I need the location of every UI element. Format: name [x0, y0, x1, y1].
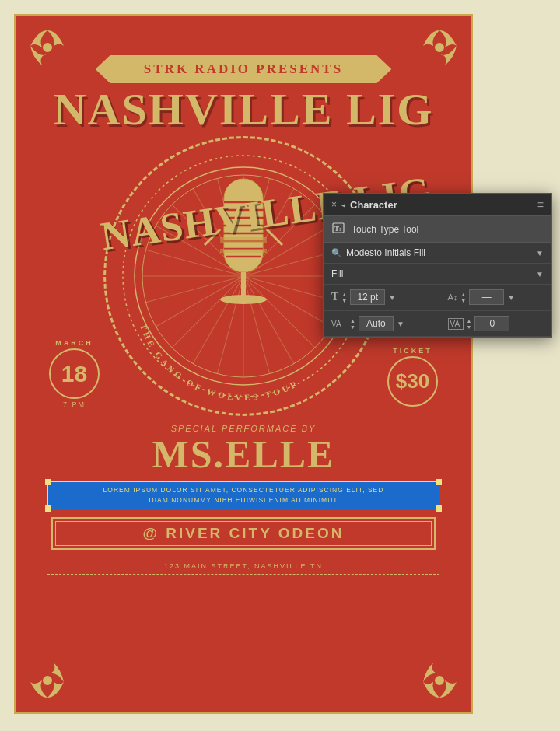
- panel-header: × ◂ Character ≡: [324, 194, 551, 216]
- bottom-dashed-line: [47, 574, 439, 575]
- ticket-label: TICKET: [387, 347, 438, 355]
- font-style-dropdown-arrow[interactable]: ▼: [536, 270, 544, 278]
- kerning-down-arrow[interactable]: ▼: [350, 324, 355, 330]
- font-search-icon: 🔍: [331, 248, 342, 258]
- march-date: 18: [61, 361, 87, 387]
- svg-point-1: [436, 43, 445, 52]
- leading-icon: A↕: [448, 292, 458, 302]
- panel-collapse-arrow[interactable]: ◂: [341, 201, 345, 209]
- font-dropdown-arrow[interactable]: ▼: [536, 249, 544, 257]
- svg-point-2: [43, 677, 52, 686]
- venue-box: @ RIVER CITY ODEON: [51, 517, 436, 550]
- svg-point-44: [220, 295, 267, 304]
- march-badge: MARCH 18 7 PM: [49, 339, 100, 408]
- leading-dropdown[interactable]: ▼: [507, 293, 515, 302]
- banner-ribbon: STRK RADIO PRESENTS: [96, 55, 392, 83]
- panel-close-button[interactable]: ×: [331, 199, 337, 210]
- kerning-dropdown[interactable]: ▼: [397, 320, 404, 328]
- kerning-icon: VA: [331, 320, 347, 328]
- font-size-icon: T: [331, 291, 338, 303]
- panel-menu-button[interactable]: ≡: [537, 198, 544, 211]
- top-banner: STRK RADIO PRESENTS: [32, 55, 455, 83]
- tracking-icon: VA: [448, 318, 464, 330]
- performer-name: MS.ELLE: [32, 435, 455, 474]
- corner-decoration-bl: [24, 657, 71, 704]
- font-size-dropdown[interactable]: ▼: [388, 293, 396, 302]
- leading-up-arrow[interactable]: ▲: [460, 292, 466, 297]
- panel-title: Character: [350, 199, 397, 211]
- corner-decoration-br: [416, 657, 463, 704]
- tracking-steppers[interactable]: ▲ ▼: [467, 318, 472, 330]
- font-name: Modesto Initials Fill: [346, 247, 536, 258]
- march-time: 7 PM: [49, 400, 100, 408]
- svg-rect-42: [220, 249, 267, 253]
- font-size-value[interactable]: 12 pt: [350, 289, 385, 305]
- kerning-steppers[interactable]: ▲ ▼: [350, 318, 355, 330]
- venue-address: 123 MAIN STREET, NASHVILLE TN: [32, 562, 455, 570]
- font-style-row[interactable]: Fill ▼: [324, 264, 551, 285]
- lorem-selected-text[interactable]: LOREM IPSUM DOLOR SIT AMET, CONSECTETUER…: [47, 481, 439, 509]
- ticket-price: $30: [396, 369, 429, 393]
- font-name-row[interactable]: 🔍 Modesto Initials Fill ▼: [324, 243, 551, 264]
- top-text: STRK RADIO PRESENTS: [144, 61, 343, 76]
- character-panel: × ◂ Character ≡ T I Touch Type Tool 🔍 Mo…: [323, 193, 552, 338]
- performer-section: SPECIAL PERFORMACE BY MS.ELLE: [32, 424, 455, 474]
- leading-steppers[interactable]: ▲ ▼: [460, 292, 466, 303]
- ticket-badge: TICKET $30: [387, 347, 438, 408]
- font-size-steppers[interactable]: ▲ ▼: [341, 292, 347, 303]
- font-size-field: T ▲ ▼ 12 pt ▼: [331, 289, 428, 305]
- svg-point-0: [43, 43, 52, 52]
- leading-field: A↕ ▲ ▼ — ▼: [448, 289, 544, 305]
- march-label: MARCH: [49, 339, 100, 347]
- font-size-up-arrow[interactable]: ▲: [341, 292, 347, 297]
- tool-label: Touch Type Tool: [352, 224, 418, 235]
- kerning-field: VA ▲ ▼ Auto ▼: [331, 316, 428, 331]
- lorem-line-1: LOREM IPSUM DOLOR SIT AMET, CONSECTETUER…: [54, 485, 432, 495]
- leading-value[interactable]: —: [469, 289, 504, 305]
- kerning-up-arrow[interactable]: ▲: [350, 318, 355, 324]
- leading-down-arrow[interactable]: ▼: [460, 298, 466, 303]
- tracking-up-arrow[interactable]: ▲: [467, 318, 472, 324]
- font-style-label: Fill: [331, 268, 536, 279]
- font-size-row: T ▲ ▼ 12 pt ▼ A↕ ▲ ▼ — ▼: [324, 285, 551, 310]
- kerning-tracking-row: VA ▲ ▼ Auto ▼ VA ▲ ▼ 0: [324, 310, 551, 337]
- main-title: NASHVILLE LIG: [32, 87, 455, 132]
- touch-type-icon: T I: [331, 222, 345, 236]
- kerning-value[interactable]: Auto: [359, 316, 394, 331]
- poster: STRK RADIO PRESENTS NASHVILLE LIG: [14, 14, 473, 714]
- font-size-down-arrow[interactable]: ▼: [341, 298, 347, 303]
- tool-type-row: T I Touch Type Tool: [324, 216, 551, 243]
- svg-text:I: I: [339, 226, 341, 233]
- svg-point-3: [436, 677, 445, 686]
- tracking-field: VA ▲ ▼ 0: [448, 316, 544, 331]
- panel-title-area: × ◂ Character: [331, 199, 397, 211]
- tracking-value[interactable]: 0: [474, 316, 509, 331]
- tracking-down-arrow[interactable]: ▼: [467, 324, 472, 330]
- lorem-line-2: DIAM NONUMMY NIBH EUIWISI ENIM AD MINIMU…: [54, 495, 432, 505]
- divider-line: [47, 558, 439, 558]
